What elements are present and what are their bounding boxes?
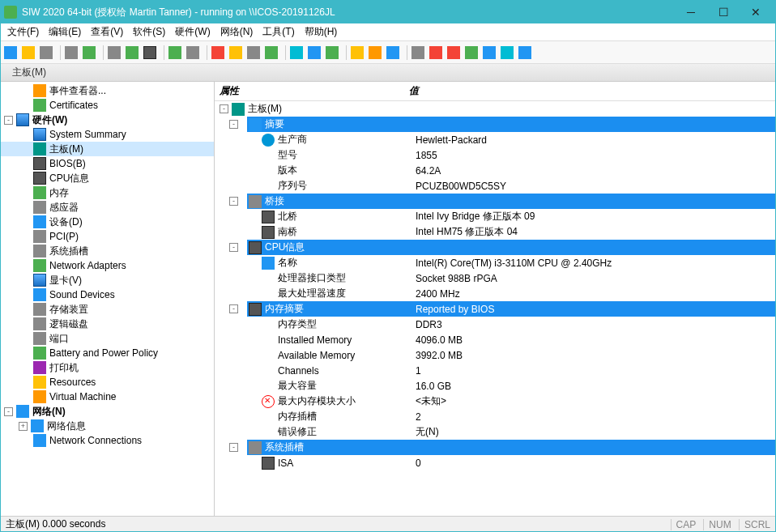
toolbar-button[interactable]	[518, 45, 535, 61]
sidebar-item[interactable]: 打印机	[1, 360, 214, 375]
toolbar-button[interactable]	[211, 45, 228, 61]
sidebar-item[interactable]: System Summary	[1, 127, 214, 142]
sidebar-item[interactable]: -硬件(W)	[1, 113, 214, 127]
property-row[interactable]: -CPU信息	[215, 240, 775, 255]
property-row[interactable]: ISA0	[215, 455, 775, 470]
sidebar-item[interactable]: 感应器	[1, 200, 214, 215]
property-row[interactable]: -摘要	[215, 117, 775, 132]
toolbar-button[interactable]	[308, 45, 324, 61]
property-row[interactable]: 最大内存模块大小<未知>	[215, 394, 775, 409]
menu-item[interactable]: 查看(V)	[86, 23, 128, 40]
sidebar-tree[interactable]: 事件查看器...Certificates-硬件(W)System Summary…	[1, 82, 215, 516]
sidebar-item[interactable]: 系统插槽	[1, 244, 214, 258]
toolbar-button[interactable]	[429, 45, 446, 61]
tree-toggle[interactable]: -	[229, 197, 238, 206]
toolbar-button[interactable]	[126, 45, 142, 61]
toolbar-button[interactable]	[386, 45, 403, 61]
sidebar-item[interactable]: Network Connections	[1, 433, 214, 448]
property-panel[interactable]: 属性 值 -主板(M)-摘要生产商Hewlett-Packard型号1855版本…	[215, 82, 775, 516]
toolbar-button[interactable]	[290, 45, 306, 61]
property-row[interactable]: -主板(M)	[215, 101, 775, 117]
minimize-button[interactable]: ─	[675, 1, 707, 23]
sidebar-item[interactable]: CPU信息	[1, 171, 214, 185]
property-row[interactable]: 名称Intel(R) Core(TM) i3-3110M CPU @ 2.40G…	[215, 255, 775, 270]
sidebar-item[interactable]: Network Adapters	[1, 258, 214, 273]
property-row[interactable]: 生产商Hewlett-Packard	[215, 132, 775, 147]
property-row[interactable]: Available Memory3992.0 MB	[215, 347, 775, 363]
sidebar-item[interactable]: -网络(N)	[1, 404, 214, 419]
sidebar-item[interactable]: Certificates	[1, 98, 214, 113]
property-row[interactable]: -内存摘要Reported by BIOS	[215, 301, 775, 317]
tree-toggle[interactable]: -	[4, 116, 13, 125]
tree-toggle[interactable]: -	[4, 407, 13, 416]
sidebar-item[interactable]: 事件查看器...	[1, 83, 214, 98]
toolbar-button[interactable]	[369, 45, 385, 61]
sidebar-item[interactable]: 端口	[1, 331, 214, 346]
tree-toggle[interactable]: -	[229, 443, 238, 452]
close-button[interactable]: ✕	[740, 1, 772, 23]
property-row[interactable]: 序列号PCUZB00WD5C5SY	[215, 178, 775, 194]
property-row[interactable]: -桥接	[215, 194, 775, 209]
sidebar-item[interactable]: +网络信息	[1, 419, 214, 433]
menu-item[interactable]: 网络(N)	[215, 23, 258, 40]
sidebar-item[interactable]: 主板(M)	[1, 142, 214, 156]
toolbar-button[interactable]	[229, 45, 245, 61]
property-row[interactable]: 最大容量16.0 GB	[215, 378, 775, 394]
toolbar-button[interactable]	[186, 45, 203, 61]
tree-toggle[interactable]: -	[229, 120, 238, 129]
toolbar-button[interactable]	[168, 45, 185, 61]
toolbar-button[interactable]	[83, 45, 99, 61]
tree-toggle[interactable]: -	[229, 243, 238, 252]
property-row[interactable]: 型号1855	[215, 147, 775, 163]
menu-item[interactable]: 帮助(H)	[300, 23, 343, 40]
toolbar-button[interactable]	[447, 45, 463, 61]
property-row[interactable]: Channels1	[215, 363, 775, 378]
header-property[interactable]: 属性	[215, 84, 409, 98]
toolbar-button[interactable]	[501, 45, 517, 61]
property-row[interactable]: Installed Memory4096.0 MB	[215, 332, 775, 347]
toolbar-button[interactable]	[108, 45, 124, 61]
property-row[interactable]: 最大处理器速度2400 MHz	[215, 286, 775, 301]
toolbar-button[interactable]	[265, 45, 281, 61]
sidebar-item[interactable]: 逻辑磁盘	[1, 317, 214, 331]
toolbar-button[interactable]	[65, 45, 81, 61]
tree-toggle[interactable]: -	[229, 304, 238, 313]
toolbar-button[interactable]	[483, 45, 499, 61]
property-row[interactable]: 版本64.2A	[215, 163, 775, 178]
sidebar-item[interactable]: 存储装置	[1, 302, 214, 317]
sidebar-item[interactable]: PCI(P)	[1, 229, 214, 244]
menu-item[interactable]: 文件(F)	[2, 23, 44, 40]
toolbar-button[interactable]	[143, 45, 160, 61]
tree-toggle[interactable]: -	[220, 104, 228, 113]
toolbar-button[interactable]	[40, 45, 56, 61]
menu-item[interactable]: 编辑(E)	[44, 23, 86, 40]
property-row[interactable]: 北桥Intel Ivy Bridge 修正版本 09	[215, 209, 775, 224]
sidebar-item[interactable]: 显卡(V)	[1, 273, 214, 287]
header-value[interactable]: 值	[409, 84, 775, 98]
menu-item[interactable]: 软件(S)	[128, 23, 170, 40]
maximize-button[interactable]: ☐	[707, 1, 740, 23]
toolbar-button[interactable]	[326, 45, 342, 61]
toolbar-button[interactable]	[411, 45, 428, 61]
property-row[interactable]: 错误修正无(N)	[215, 424, 775, 440]
property-row[interactable]: 处理器接口类型Socket 988B rPGA	[215, 270, 775, 286]
sidebar-item[interactable]: 设备(D)	[1, 215, 214, 229]
sidebar-item[interactable]: Resources	[1, 375, 214, 389]
menu-item[interactable]: 硬件(W)	[170, 23, 215, 40]
property-row[interactable]: -系统插槽	[215, 440, 775, 455]
property-row[interactable]: 南桥Intel HM75 修正版本 04	[215, 224, 775, 240]
sidebar-item[interactable]: 内存	[1, 185, 214, 200]
property-row[interactable]: 内存类型DDR3	[215, 317, 775, 332]
toolbar-button[interactable]	[4, 45, 20, 61]
toolbar-button[interactable]	[22, 45, 38, 61]
sidebar-item[interactable]: BIOS(B)	[1, 156, 214, 171]
toolbar-button[interactable]	[465, 45, 481, 61]
sidebar-item[interactable]: Battery and Power Policy	[1, 346, 214, 360]
toolbar-button[interactable]	[247, 45, 263, 61]
sidebar-item[interactable]: Sound Devices	[1, 287, 214, 302]
tree-toggle[interactable]: +	[19, 422, 28, 431]
menu-item[interactable]: 工具(T)	[258, 23, 299, 40]
sidebar-item[interactable]: Virtual Machine	[1, 389, 214, 404]
toolbar-button[interactable]	[351, 45, 367, 61]
property-row[interactable]: 内存插槽2	[215, 409, 775, 424]
